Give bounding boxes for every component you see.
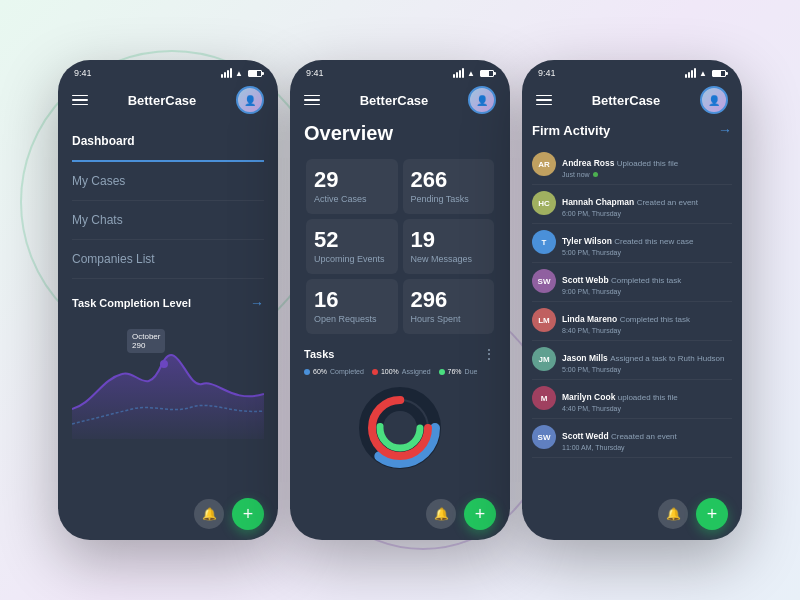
avatar-1[interactable]: 👤	[236, 86, 264, 114]
activity-avatar: T	[532, 230, 556, 254]
chart-arrow-icon[interactable]: →	[250, 295, 264, 311]
app-title-1: BetterCase	[128, 93, 197, 108]
activity-text: Tyler Wilson Created this new case 5:00 …	[562, 230, 732, 256]
app-header-1: BetterCase 👤	[58, 82, 278, 122]
fab-area-3: 🔔 +	[522, 492, 742, 540]
activity-item: HC Hannah Chapman Created an event 6:00 …	[532, 185, 732, 224]
fab-area-1: 🔔 +	[58, 492, 278, 540]
avatar-3[interactable]: 👤	[700, 86, 728, 114]
stat-events: 52 Upcoming Events	[306, 219, 398, 274]
firm-activity-title: Firm Activity	[532, 123, 610, 138]
stats-grid: 29 Active Cases 266 Pending Tasks 52 Upc…	[304, 157, 496, 336]
tasks-legend: 60% Completed 100% Assigned 76% Due	[304, 368, 496, 375]
chart-tooltip: October 290	[127, 329, 165, 353]
activity-avatar: AR	[532, 152, 556, 176]
stat-hours: 296 Hours Spent	[403, 279, 495, 334]
nav-companies[interactable]: Companies List	[72, 240, 264, 279]
signal-icon	[221, 68, 232, 78]
activity-item: M Marilyn Cook uploaded this file 4:40 P…	[532, 380, 732, 419]
stat-requests: 16 Open Requests	[306, 279, 398, 334]
more-options-icon[interactable]: ⋮	[482, 346, 496, 362]
fab-button-2[interactable]: +	[464, 498, 496, 530]
battery-icon	[248, 70, 262, 77]
overview-content: Overview 29 Active Cases 266 Pending Tas…	[290, 122, 510, 492]
section-title-row: Firm Activity →	[532, 122, 732, 138]
time-2: 9:41	[306, 68, 324, 78]
stat-active-cases: 29 Active Cases	[306, 159, 398, 214]
phone-dashboard: 9:41 ▲ BetterCase 👤 Dashboard My Cases M…	[58, 60, 278, 540]
bell-button-3[interactable]: 🔔	[658, 499, 688, 529]
tasks-section: Tasks ⋮ 60% Completed 100% Assigned 76%	[304, 346, 496, 473]
chart-title-row: Task Completion Level →	[72, 295, 264, 311]
battery-icon-3	[712, 70, 726, 77]
status-icons-1: ▲	[221, 68, 262, 78]
activity-avatar: HC	[532, 191, 556, 215]
hamburger-menu-1[interactable]	[72, 95, 88, 106]
tasks-header: Tasks ⋮	[304, 346, 496, 362]
legend-due: 76% Due	[439, 368, 478, 375]
activity-item-scott-webb: SW Scott Webb Completed this task 9:00 P…	[532, 263, 732, 302]
stat-messages: 19 New Messages	[403, 219, 495, 274]
activity-item: AR Andrea Ross Uploaded this file Just n…	[532, 146, 732, 185]
fab-area-2: 🔔 +	[290, 492, 510, 540]
legend-dot-assigned	[372, 369, 378, 375]
legend-dot-due	[439, 369, 445, 375]
donut-chart	[304, 383, 496, 473]
activity-avatar: M	[532, 386, 556, 410]
fab-button-1[interactable]: +	[232, 498, 264, 530]
stat-pending-tasks: 266 Pending Tasks	[403, 159, 495, 214]
signal-icon-3	[685, 68, 696, 78]
fab-button-3[interactable]: +	[696, 498, 728, 530]
app-title-3: BetterCase	[592, 93, 661, 108]
nav-chats[interactable]: My Chats	[72, 201, 264, 240]
chart-section: Task Completion Level → October 290	[72, 295, 264, 439]
activity-list: AR Andrea Ross Uploaded this file Just n…	[532, 146, 732, 458]
donut-svg	[355, 383, 445, 473]
activity-content: Firm Activity → AR Andrea Ross Uploaded …	[522, 122, 742, 492]
nav-dashboard[interactable]: Dashboard	[72, 122, 264, 162]
avatar-2[interactable]: 👤	[468, 86, 496, 114]
activity-avatar: LM	[532, 308, 556, 332]
activity-text: Scott Webb Completed this task 9:00 PM, …	[562, 269, 732, 295]
tasks-title: Tasks	[304, 348, 334, 360]
phone-overview: 9:41 ▲ BetterCase 👤 Overview 29 Active C…	[290, 60, 510, 540]
online-indicator	[593, 172, 598, 177]
chart-area: October 290	[72, 319, 264, 439]
activity-item: T Tyler Wilson Created this new case 5:0…	[532, 224, 732, 263]
wifi-icon-2: ▲	[467, 69, 475, 78]
activity-text: Marilyn Cook uploaded this file 4:40 PM,…	[562, 386, 732, 412]
signal-icon-2	[453, 68, 464, 78]
activity-avatar: SW	[532, 269, 556, 293]
firm-activity-arrow[interactable]: →	[718, 122, 732, 138]
activity-item: LM Linda Mareno Completed this task 8:40…	[532, 302, 732, 341]
legend-completed: 60% Completed	[304, 368, 364, 375]
activity-avatar: SW	[532, 425, 556, 449]
hamburger-menu-2[interactable]	[304, 95, 320, 106]
status-bar-3: 9:41 ▲	[522, 60, 742, 82]
activity-avatar: JM	[532, 347, 556, 371]
activity-text: Jason Mills Assigned a task to Ruth Huds…	[562, 347, 732, 373]
bell-button-1[interactable]: 🔔	[194, 499, 224, 529]
status-icons-3: ▲	[685, 68, 726, 78]
activity-item: JM Jason Mills Assigned a task to Ruth H…	[532, 341, 732, 380]
nav-cases[interactable]: My Cases	[72, 162, 264, 201]
chart-svg	[72, 319, 264, 439]
app-title-2: BetterCase	[360, 93, 429, 108]
phone-activity: 9:41 ▲ BetterCase 👤 Firm Activity → AR A…	[522, 60, 742, 540]
app-header-3: BetterCase 👤	[522, 82, 742, 122]
nav-content: Dashboard My Cases My Chats Companies Li…	[58, 122, 278, 492]
hamburger-menu-3[interactable]	[536, 95, 552, 106]
activity-item: SW Scott Wedd Creaated an event 11:00 AM…	[532, 419, 732, 458]
legend-assigned: 100% Assigned	[372, 368, 431, 375]
activity-text: Scott Wedd Creaated an event 11:00 AM, T…	[562, 425, 732, 451]
legend-dot-completed	[304, 369, 310, 375]
status-bar-1: 9:41 ▲	[58, 60, 278, 82]
wifi-icon: ▲	[235, 69, 243, 78]
activity-text: Andrea Ross Uploaded this file Just now	[562, 152, 732, 178]
chart-title: Task Completion Level	[72, 297, 191, 309]
activity-text: Hannah Chapman Created an event 6:00 PM,…	[562, 191, 732, 217]
time-3: 9:41	[538, 68, 556, 78]
status-icons-2: ▲	[453, 68, 494, 78]
battery-icon-2	[480, 70, 494, 77]
bell-button-2[interactable]: 🔔	[426, 499, 456, 529]
